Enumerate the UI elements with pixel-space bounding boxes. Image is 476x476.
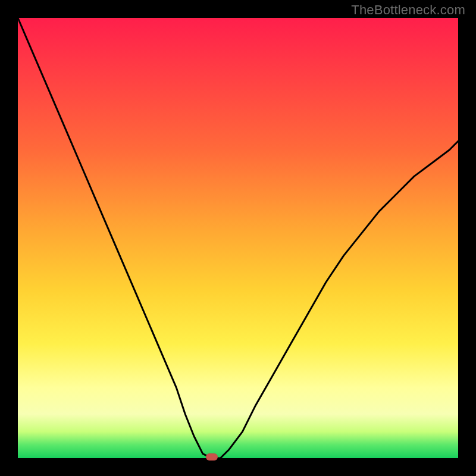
chart-frame: TheBottleneck.com	[0, 0, 476, 476]
plot-area	[18, 18, 458, 458]
optimal-point-marker	[206, 453, 218, 461]
watermark-text: TheBottleneck.com	[351, 2, 465, 18]
bottleneck-curve	[18, 18, 458, 458]
